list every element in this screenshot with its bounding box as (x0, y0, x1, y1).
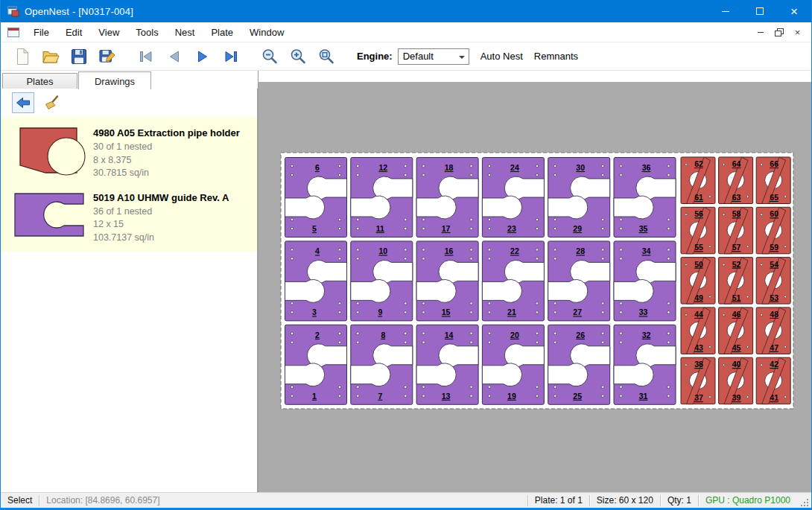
part-number: 31 (639, 392, 648, 401)
part-number: 66 (770, 159, 778, 168)
drawing-info: 4980 A05 Extraction pipe holder30 of 1 n… (86, 124, 240, 180)
mdi-minimize-button[interactable] (752, 25, 768, 39)
nav-prev-plate-button[interactable] (163, 45, 185, 68)
nav-last-plate-button[interactable] (220, 45, 242, 68)
resize-grip-icon (799, 497, 811, 509)
drawing-item[interactable]: 5019 A10 UHMW guide Rev. A36 of 1 nested… (1, 185, 257, 249)
part-number: 65 (770, 193, 778, 202)
clear-drawings-button[interactable] (40, 92, 63, 113)
mdi-close-button[interactable]: × (790, 25, 805, 39)
statusbar-gpu: GPU : Quadro P1000 (699, 493, 797, 508)
new-file-button[interactable] (11, 45, 34, 68)
part-number: 56 (694, 209, 703, 218)
minimize-button[interactable] (708, 0, 743, 22)
statusbar-mode: Select (1, 493, 39, 508)
menu-item-view[interactable]: View (90, 23, 127, 42)
part-number: 27 (573, 307, 582, 316)
part-number: 16 (445, 246, 454, 255)
part-thumbnail (11, 124, 86, 180)
part-number: 47 (770, 343, 778, 352)
part-number: 64 (732, 159, 741, 168)
part-number: 13 (442, 392, 451, 401)
sidebar-toolbar (1, 89, 257, 117)
part-number: 35 (639, 224, 648, 233)
nest-canvas[interactable]: 6512111817242330293635431091615222128273… (258, 71, 811, 492)
last-arrow-icon (221, 47, 241, 66)
menu-item-nest[interactable]: Nest (167, 23, 203, 42)
return-part-button[interactable] (12, 92, 34, 113)
part-number: 19 (507, 392, 516, 401)
part-number: 28 (576, 246, 585, 255)
menu-item-tools[interactable]: Tools (127, 23, 166, 42)
drawing-size: 8 x 8.375 (93, 154, 240, 168)
nav-next-plate-button[interactable] (191, 45, 214, 68)
broom-icon (43, 95, 60, 111)
menu-item-window[interactable]: Window (241, 23, 292, 42)
part-number: 26 (576, 331, 585, 340)
part-number: 50 (694, 260, 703, 269)
part-number: 3 (312, 307, 317, 316)
part-number: 39 (732, 393, 741, 402)
part-number: 44 (694, 310, 703, 319)
auto-nest-button[interactable]: Auto Nest (480, 51, 523, 62)
nest-canvas-svg[interactable]: 6512111817242330293635431091615222128273… (258, 71, 812, 492)
mdi-restore-button[interactable] (771, 25, 787, 39)
part-number: 34 (642, 246, 651, 255)
statusbar-location: Location: [84.8696, 60.6957] (39, 493, 166, 508)
new-file-icon (13, 47, 32, 66)
maximize-button[interactable] (743, 0, 777, 22)
part-number: 59 (770, 243, 778, 252)
part-thumbnail (11, 188, 86, 245)
sidebar-panel: 4980 A05 Extraction pipe holder30 of 1 n… (1, 88, 258, 492)
part-number: 60 (770, 209, 778, 218)
part-number: 22 (510, 246, 519, 255)
part-number: 4 (315, 246, 320, 255)
part-number: 18 (445, 163, 454, 172)
tab-drawings[interactable]: Drawings (78, 71, 151, 89)
part-number: 37 (694, 393, 703, 402)
menu-item-plate[interactable]: Plate (203, 23, 241, 42)
save-as-button[interactable] (96, 45, 118, 68)
window-title: OpenNest - [N0317-004] (25, 6, 133, 17)
restore-icon (775, 28, 783, 36)
part-number: 57 (732, 243, 741, 252)
part-number: 5 (312, 224, 317, 233)
minimize-icon (758, 32, 764, 33)
part-number: 62 (694, 159, 703, 168)
part-number: 58 (732, 209, 741, 218)
save-icon (69, 47, 89, 66)
save-as-icon (98, 47, 117, 66)
part-number: 9 (378, 307, 382, 316)
menu-item-file[interactable]: File (25, 23, 57, 42)
part-number: 51 (732, 293, 741, 302)
save-button[interactable] (68, 45, 90, 68)
blue-left-arrow-icon (15, 95, 31, 111)
drawing-item[interactable]: 4980 A05 Extraction pipe holder30 of 1 n… (1, 120, 257, 185)
canvas-top-strip (258, 71, 812, 82)
part-number: 24 (510, 163, 519, 172)
drawing-nested-count: 36 of 1 nested (93, 205, 229, 219)
zoom-in-button[interactable] (287, 45, 309, 68)
part-number: 6 (315, 163, 320, 172)
open-folder-icon (41, 47, 60, 66)
zoom-out-button[interactable] (258, 45, 281, 68)
toolbar: Engine: Default Auto Nest Remnants (1, 42, 811, 71)
menubar-items: FileEditViewToolsNestPlateWindow (25, 22, 292, 42)
maximize-icon (756, 7, 764, 15)
menu-item-edit[interactable]: Edit (57, 23, 90, 42)
nav-first-plate-button[interactable] (135, 45, 157, 68)
part-number: 14 (445, 331, 454, 340)
open-file-button[interactable] (39, 45, 62, 68)
remnants-button[interactable]: Remnants (534, 51, 578, 62)
part-number: 52 (732, 260, 741, 269)
tab-plates[interactable]: Plates (2, 73, 77, 89)
zoom-out-icon (260, 47, 279, 66)
part-number: 21 (507, 307, 516, 316)
resize-grip[interactable] (799, 497, 811, 509)
first-arrow-icon (136, 47, 156, 66)
part-number: 49 (694, 293, 703, 302)
close-button[interactable]: × (777, 0, 811, 22)
part-number: 10 (378, 246, 387, 255)
zoom-fit-button[interactable] (315, 45, 337, 68)
engine-select[interactable]: Default (398, 48, 469, 65)
